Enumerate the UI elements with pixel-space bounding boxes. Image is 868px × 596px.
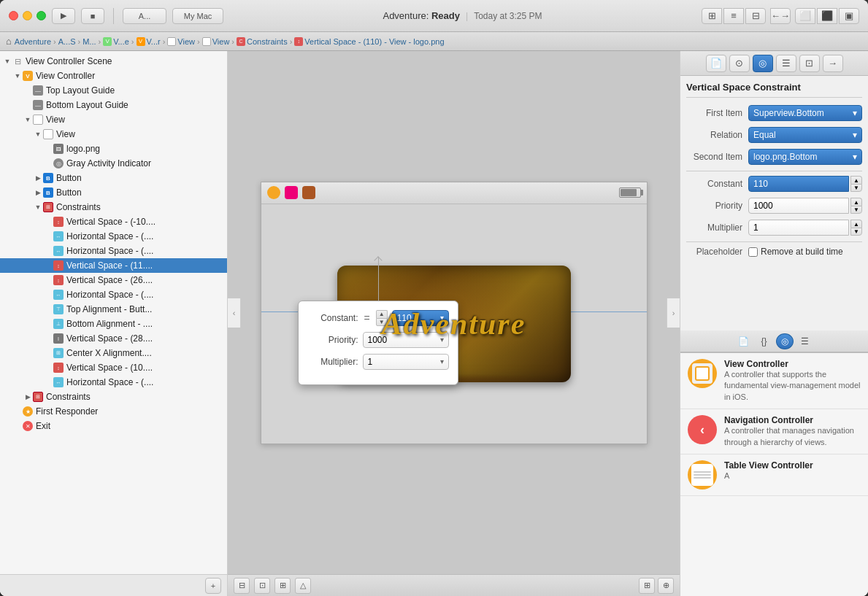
constant-inspector-up[interactable]: ▲ bbox=[850, 176, 862, 184]
constant-inspector-select[interactable]: 110 bbox=[748, 176, 849, 192]
library-item-table[interactable]: Table View Controller A bbox=[680, 454, 868, 496]
minimize-button[interactable] bbox=[23, 11, 32, 20]
sidebar-item-top-align[interactable]: ⊤ Top Alignment - Butt... bbox=[0, 302, 227, 317]
back-forward-button[interactable]: ←→ bbox=[770, 8, 791, 24]
right-panel-button[interactable]: ▣ bbox=[839, 8, 859, 24]
sidebar-item-vs110[interactable]: ↕ Vertical Space - (11.... bbox=[0, 258, 227, 273]
bc-adventure[interactable]: Adventure bbox=[15, 37, 51, 46]
sidebar-item-exit[interactable]: ✕ Exit bbox=[0, 419, 227, 433]
sidebar-item-responder[interactable]: ★ First Responder bbox=[0, 404, 227, 419]
device-topbar bbox=[261, 182, 647, 204]
tab-file[interactable]: 📄 bbox=[706, 55, 726, 72]
zoom-fit-button[interactable]: ⊡ bbox=[254, 578, 270, 594]
constraints2-triangle[interactable] bbox=[23, 392, 32, 401]
sidebar-item-vs10[interactable]: ↕ Vertical Space - (10.... bbox=[0, 360, 227, 375]
sidebar-item-button2[interactable]: B Button bbox=[0, 185, 227, 200]
vc-triangle[interactable] bbox=[13, 71, 22, 80]
grid-button[interactable]: ⊞ bbox=[639, 578, 655, 594]
sidebar-item-vs28[interactable]: I Vertical Space - (28.... bbox=[0, 331, 227, 346]
bottom-panel-button[interactable]: ⬛ bbox=[817, 8, 837, 24]
scene-triangle[interactable] bbox=[3, 57, 12, 66]
library-item-nav[interactable]: ‹ Navigation Controller A controller tha… bbox=[680, 409, 868, 454]
sidebar-item-button1[interactable]: B Button bbox=[0, 171, 227, 185]
lib-tab-file[interactable]: 📄 bbox=[735, 333, 753, 349]
constraints1-triangle[interactable] bbox=[34, 203, 42, 212]
sidebar-item-activity[interactable]: ◎ Gray Activity Indicator bbox=[0, 156, 227, 171]
tab-inspect[interactable]: ⊙ bbox=[729, 55, 750, 72]
vs26-label: Vertical Space - (26.... bbox=[66, 275, 153, 285]
sidebar-item-logo[interactable]: 🖼 logo.png bbox=[0, 142, 227, 156]
view2-triangle[interactable] bbox=[34, 130, 42, 139]
priority-inspector-down[interactable]: ▼ bbox=[850, 206, 862, 214]
hs-last-label: Horizontal Space - (.... bbox=[66, 377, 153, 387]
bc-m[interactable]: M... bbox=[82, 37, 96, 46]
list-view-button[interactable]: ≡ bbox=[723, 8, 744, 24]
relation-select[interactable]: Equal ▾ bbox=[748, 127, 862, 143]
add-item-button[interactable]: + bbox=[205, 578, 221, 594]
bc-view1[interactable]: View bbox=[177, 37, 195, 46]
constant-inspector-stepper[interactable]: ▲ ▼ bbox=[850, 176, 862, 192]
sidebar-item-hs1[interactable]: ↔ Horizontal Space - (.... bbox=[0, 229, 227, 244]
library-item-vc[interactable]: View Controller A controller that suppor… bbox=[680, 353, 868, 409]
tab-attributes[interactable]: ☰ bbox=[776, 55, 796, 72]
scheme-selector[interactable]: A... bbox=[123, 8, 166, 24]
bc-constraints[interactable]: Constraints bbox=[247, 37, 288, 46]
multiplier-inspector-down[interactable]: ▼ bbox=[850, 228, 862, 236]
btn1-triangle[interactable] bbox=[34, 174, 42, 182]
maximize-button[interactable] bbox=[37, 11, 46, 20]
multiplier-inspector-up[interactable]: ▲ bbox=[850, 220, 862, 228]
view1-triangle[interactable] bbox=[23, 115, 32, 124]
issue-button[interactable]: △ bbox=[295, 578, 311, 594]
sidebar-item-hs3[interactable]: ↔ Horizontal Space - (.... bbox=[0, 287, 227, 302]
tab-identity[interactable]: ◎ bbox=[753, 55, 773, 72]
lib-tab-code[interactable]: {} bbox=[756, 333, 773, 349]
scroll-left[interactable]: ‹ bbox=[228, 298, 241, 328]
zoom-button[interactable]: ⊕ bbox=[658, 578, 674, 594]
sidebar-item-view2[interactable]: View bbox=[0, 127, 227, 142]
sidebar-item-hs-last[interactable]: ↔ Horizontal Space - (.... bbox=[0, 375, 227, 390]
device-selector[interactable]: My Mac bbox=[172, 8, 223, 24]
sidebar-item-constraints2[interactable]: ⊞ Constraints bbox=[0, 390, 227, 404]
play-button[interactable]: ▶ bbox=[52, 8, 75, 24]
multiplier-inspector-select[interactable]: 1 bbox=[748, 220, 849, 236]
bc-ve[interactable]: V...e bbox=[113, 37, 129, 46]
sidebar-item-bottom-align[interactable]: ⊥ Bottom Alignment - .... bbox=[0, 317, 227, 331]
sidebar-item-scene[interactable]: ⊟ View Controller Scene bbox=[0, 54, 227, 69]
btn2-triangle[interactable] bbox=[34, 188, 42, 197]
priority-inspector-select[interactable]: 1000 bbox=[748, 198, 849, 214]
sidebar-item-vs-neg10[interactable]: ↕ Vertical Space - (-10.... bbox=[0, 214, 227, 229]
add-constraint-button[interactable]: ⊟ bbox=[234, 578, 250, 594]
sidebar-item-hs2[interactable]: ↔ Horizontal Space - (.... bbox=[0, 244, 227, 258]
tab-size[interactable]: ⊡ bbox=[799, 55, 820, 72]
tab-connections[interactable]: → bbox=[823, 55, 843, 72]
sidebar-item-view1[interactable]: View bbox=[0, 112, 227, 127]
left-panel-button[interactable]: ⬜ bbox=[795, 8, 815, 24]
lib-tab-list[interactable]: ☰ bbox=[796, 333, 814, 349]
canvas-main[interactable]: ‹ bbox=[228, 51, 680, 574]
sidebar-item-bottom-layout[interactable]: — Bottom Layout Guide bbox=[0, 98, 227, 112]
second-item-select[interactable]: logo.png.Bottom ▾ bbox=[748, 149, 862, 165]
sidebar-item-vs26[interactable]: ↕ Vertical Space - (26.... bbox=[0, 273, 227, 287]
sidebar-item-constraints1[interactable]: ⊞ Constraints bbox=[0, 200, 227, 214]
scroll-right[interactable]: › bbox=[667, 298, 680, 328]
bc-vr[interactable]: V...r bbox=[147, 37, 161, 46]
placeholder-checkbox[interactable] bbox=[748, 247, 758, 257]
lib-tab-objects[interactable]: ◎ bbox=[776, 333, 794, 349]
multiplier-inspector-stepper[interactable]: ▲ ▼ bbox=[850, 220, 862, 236]
constant-inspector-down[interactable]: ▼ bbox=[850, 184, 862, 192]
grid-view-button[interactable]: ⊞ bbox=[702, 8, 722, 24]
close-button[interactable] bbox=[9, 11, 18, 20]
sidebar-item-centerx[interactable]: ⊞ Center X Alignment.... bbox=[0, 346, 227, 360]
bc-vs[interactable]: Vertical Space - (110) - View - logo.png bbox=[304, 37, 444, 46]
detail-view-button[interactable]: ⊟ bbox=[745, 8, 766, 24]
sidebar-item-top-layout[interactable]: — Top Layout Guide bbox=[0, 83, 227, 98]
first-item-select[interactable]: Superview.Bottom ▾ bbox=[748, 105, 862, 121]
sidebar-item-vc[interactable]: V View Controller bbox=[0, 69, 227, 83]
stop-button[interactable]: ■ bbox=[81, 8, 104, 24]
multiplier-select[interactable]: 1 ▾ bbox=[363, 354, 449, 370]
bc-as[interactable]: A...S bbox=[58, 37, 76, 46]
bc-view2[interactable]: View bbox=[212, 37, 230, 46]
priority-inspector-stepper[interactable]: ▲ ▼ bbox=[850, 198, 862, 214]
align-button[interactable]: ⊞ bbox=[274, 578, 291, 594]
priority-inspector-up[interactable]: ▲ bbox=[850, 198, 862, 206]
